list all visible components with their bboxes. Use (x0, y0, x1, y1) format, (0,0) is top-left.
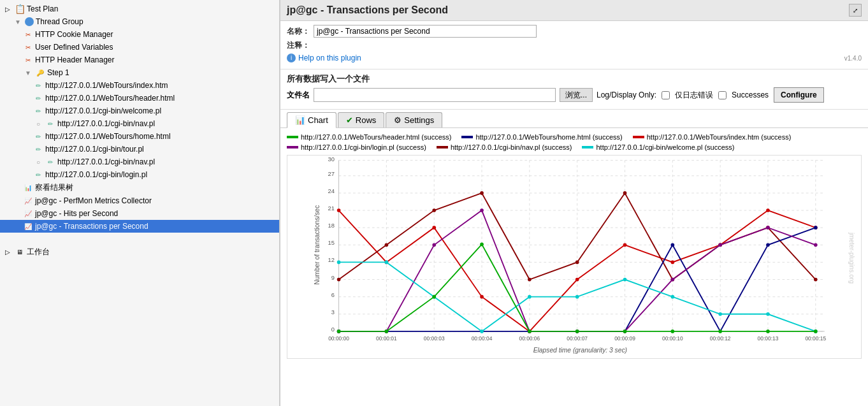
svg-text:00:00:07: 00:00:07 (567, 335, 588, 342)
svg-point-98 (480, 243, 484, 247)
svg-point-58 (337, 278, 341, 282)
legend-item-0: http://127.0.0.1/WebTours/header.html (s… (287, 133, 451, 141)
file-input[interactable] (314, 88, 556, 102)
sidebar-item-url3[interactable]: ✏ http://127.0.0.1/cgi-bin/welcome.pl (0, 105, 279, 117)
tab-chart[interactable]: 📊 Chart (287, 112, 336, 128)
file-row: 文件名 浏览... Log/Display Only: 仅日志错误 Succes… (287, 87, 862, 103)
sidebar-item-label: 工作台 (27, 247, 50, 257)
svg-point-62 (528, 278, 532, 282)
section-title: 所有数据写入一个文件 (287, 73, 862, 85)
svg-point-53 (623, 243, 627, 247)
successes-checkbox[interactable] (718, 91, 727, 99)
testplan-icon: 📋 (15, 4, 25, 14)
sidebar-item-url1[interactable]: ✏ http://127.0.0.1/WebTours/index.htm (0, 79, 279, 92)
udf-icon: ✂ (23, 42, 33, 52)
svg-point-71 (766, 243, 770, 247)
sidebar-item-http-header[interactable]: ✂ HTTP Header Manager (0, 54, 279, 66)
configure-button[interactable]: Configure (774, 87, 824, 103)
sidebar-item-trans[interactable]: 📈 jp@gc - Transactions per Second (0, 220, 279, 233)
legend-color-3 (287, 146, 298, 149)
name-label: 名称： (287, 26, 310, 37)
sidebar-item-label: Test Plan (27, 4, 58, 13)
browse-button[interactable]: 浏览... (560, 88, 593, 102)
trans-icon: 📈 (23, 221, 33, 231)
log-display-row: Log/Display Only: 仅日志错误 Successes Config… (597, 87, 824, 103)
sidebar-item-url4[interactable]: ○ ✏ http://127.0.0.1/cgi-bin/nav.pl (0, 117, 279, 130)
svg-point-102 (671, 330, 675, 333)
svg-point-93 (766, 312, 770, 316)
successes-label: Successes (732, 91, 769, 99)
svg-point-92 (718, 312, 722, 316)
svg-point-91 (671, 295, 675, 299)
svg-text:24: 24 (328, 188, 335, 194)
sidebar-item-test-plan[interactable]: ▷ 📋 Test Plan (0, 3, 279, 15)
tabs-row: 📊 Chart ✔ Rows ⚙ Settings (280, 110, 868, 128)
sidebar-item-step1[interactable]: ▼ 🔑 Step 1 (0, 66, 279, 79)
sidebar-item-label: http://127.0.0.1/cgi-bin/nav.pl (57, 157, 155, 166)
sidebar-item-url5[interactable]: ✏ http://127.0.0.1/WebTours/home.html (0, 130, 279, 143)
legend-color-4 (437, 146, 448, 149)
help-link[interactable]: Help on this plugin (298, 54, 361, 62)
svg-text:18: 18 (328, 222, 335, 229)
svg-text:00:00:03: 00:00:03 (424, 335, 445, 342)
sidebar-item-url8[interactable]: ✏ http://127.0.0.1/cgi-bin/login.pl (0, 168, 279, 181)
sidebar-item-label: http://127.0.0.1/cgi-bin/login.pl (45, 170, 147, 179)
log-display-label: Log/Display Only: (597, 91, 656, 99)
sidebar-item-view-results[interactable]: 📊 察看结果树 (0, 181, 279, 194)
sidebar-item-perfmon[interactable]: 📈 jp@gc - PerfMon Metrics Collector (0, 194, 279, 207)
legend-label-4: http://127.0.0.1/cgi-bin/nav.pl (success… (451, 143, 572, 151)
sidebar-item-label: jp@gc - Hits per Second (35, 209, 118, 218)
header-icon: ✂ (23, 55, 33, 65)
workbench-icon: ▷ (3, 247, 13, 257)
svg-point-95 (337, 330, 341, 333)
errors-checkbox[interactable] (662, 91, 670, 99)
sidebar-item-label: http://127.0.0.1/cgi-bin/welcome.pl (45, 106, 161, 115)
sidebar-item-hits[interactable]: 📈 jp@gc - Hits per Second (0, 207, 279, 220)
chart-tab-label: Chart (308, 115, 328, 125)
sidebar-item-url2[interactable]: ✏ http://127.0.0.1/WebTours/header.html (0, 92, 279, 105)
triangle-icon: ▷ (3, 4, 13, 14)
sidebar-item-user-defined[interactable]: ✂ User Defined Variables (0, 41, 279, 54)
sidebar-item-http-cookie[interactable]: ✂ HTTP Cookie Manager (0, 28, 279, 41)
svg-point-63 (575, 261, 579, 265)
sidebar-item-thread-group[interactable]: ▼ Thread Group (0, 15, 279, 28)
tab-settings[interactable]: ⚙ Settings (386, 112, 442, 127)
settings-tab-label: Settings (404, 115, 434, 125)
expand-button[interactable]: ⤢ (849, 4, 862, 17)
sampler3-icon: ✏ (45, 157, 55, 167)
svg-point-47 (337, 208, 341, 212)
sidebar-item-label: jp@gc - Transactions per Second (35, 222, 148, 231)
svg-text:21: 21 (328, 205, 335, 212)
name-input[interactable] (314, 25, 537, 38)
sidebar-item-label: Thread Group (36, 17, 83, 26)
legend-label-2: http://127.0.0.1/WebTours/index.htm (suc… (647, 133, 792, 141)
legend-item-5: http://127.0.0.1/cgi-bin/welcome.pl (suc… (582, 143, 734, 151)
sidebar-item-label: http://127.0.0.1/WebTours/header.html (45, 94, 175, 103)
cookie-icon: ✂ (23, 29, 33, 40)
sidebar-item-label: http://127.0.0.1/cgi-bin/tour.pl (45, 145, 144, 154)
svg-point-103 (718, 330, 722, 333)
chart-legend: http://127.0.0.1/WebTours/header.html (s… (287, 133, 862, 151)
svg-point-76 (480, 208, 484, 212)
svg-point-60 (432, 208, 436, 212)
sidebar-item-workbench[interactable]: ▷ 🖥 工作台 (0, 245, 279, 259)
sampler-icon: ✏ (33, 144, 43, 154)
sidebar-item-url7[interactable]: ○ ✏ http://127.0.0.1/cgi-bin/nav.pl (0, 156, 279, 168)
svg-text:00:00:04: 00:00:04 (472, 335, 493, 342)
settings-tab-icon: ⚙ (394, 115, 401, 125)
svg-point-52 (575, 278, 579, 282)
form-section: 名称： 注释： i Help on this plugin v1.4.0 (280, 21, 868, 69)
svg-text:00:00:10: 00:00:10 (662, 335, 683, 342)
svg-text:12: 12 (328, 257, 335, 263)
sampler2-icon: ✏ (45, 119, 55, 129)
legend-color-0 (287, 136, 298, 138)
sampler-icon: ✏ (33, 170, 43, 180)
chart-container: jmeter-plugins.org 0 3 6 9 12 15 18 21 2… (287, 155, 862, 361)
step3-icon: ○ (33, 157, 43, 167)
results-icon: 📊 (23, 183, 33, 193)
sidebar-item-label: HTTP Header Manager (35, 55, 115, 64)
sidebar-item-url6[interactable]: ✏ http://127.0.0.1/cgi-bin/tour.pl (0, 143, 279, 156)
svg-text:00:00:01: 00:00:01 (376, 335, 397, 342)
sampler-icon: ✏ (33, 93, 43, 103)
tab-rows[interactable]: ✔ Rows (338, 112, 385, 127)
